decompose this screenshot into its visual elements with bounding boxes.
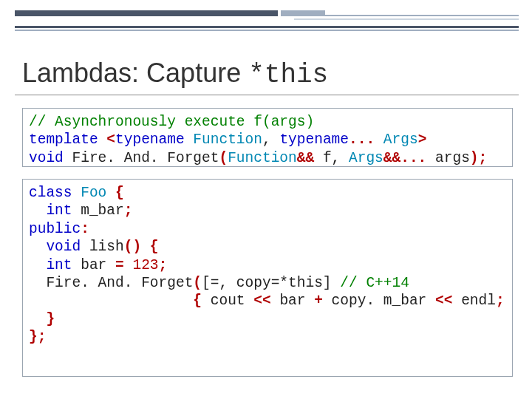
title-text: Lambdas: Capture: [22, 58, 248, 88]
code-comment: // Asynchronously execute f(args): [29, 114, 314, 130]
code-block-1: // Asynchronously execute f(args) templa…: [22, 108, 513, 167]
slide-title: Lambdas: Capture *this: [22, 58, 328, 90]
title-mono: *this: [248, 60, 328, 90]
slide-header-decor: [0, 0, 532, 41]
title-underline: [15, 95, 519, 95]
code-block-2: class Foo { int m_bar; public: void lish…: [22, 179, 513, 377]
